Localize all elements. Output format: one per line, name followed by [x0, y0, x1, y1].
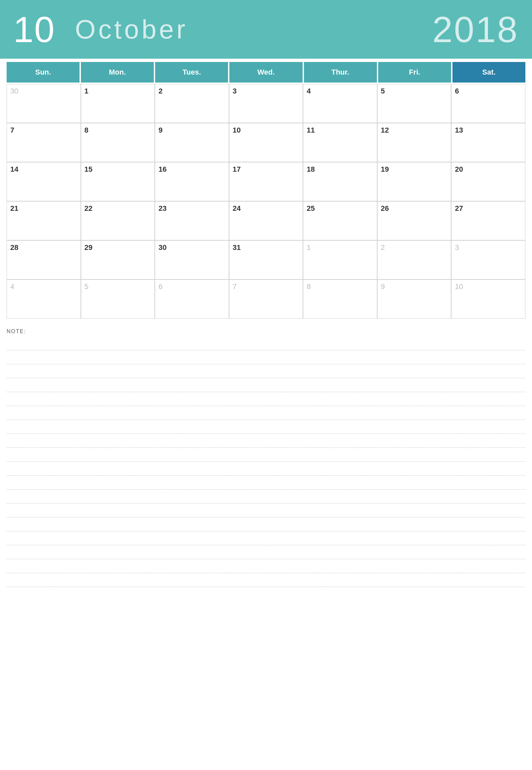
cell-date-number: 11: [307, 126, 315, 134]
header-friday: Fri.: [378, 62, 451, 83]
header-saturday: Sat.: [452, 62, 525, 83]
cell-date-number: 12: [381, 126, 389, 134]
note-line[interactable]: [7, 350, 525, 364]
calendar-cell[interactable]: 9: [155, 123, 229, 162]
cell-date-number: 7: [10, 126, 14, 134]
cell-date-number: 31: [233, 243, 241, 252]
calendar-cell[interactable]: 30: [155, 240, 229, 279]
calendar-cell[interactable]: 16: [155, 162, 229, 201]
calendar-cell[interactable]: 23: [155, 201, 229, 240]
cell-date-number: 19: [381, 165, 389, 173]
calendar-cell[interactable]: 7: [7, 123, 81, 162]
header-monday: Mon.: [81, 62, 154, 83]
cell-date-number: 28: [10, 243, 18, 252]
calendar-cell[interactable]: 30: [7, 84, 81, 123]
calendar-cell[interactable]: 27: [451, 201, 525, 240]
calendar-cell[interactable]: 13: [451, 123, 525, 162]
calendar-cell[interactable]: 29: [81, 240, 155, 279]
calendar-cell[interactable]: 10: [229, 123, 303, 162]
note-line[interactable]: [7, 476, 525, 490]
calendar-cell[interactable]: 17: [229, 162, 303, 201]
cell-date-number: 2: [381, 243, 385, 252]
calendar-cell[interactable]: 2: [155, 84, 229, 123]
note-line[interactable]: [7, 336, 525, 350]
calendar-cell[interactable]: 8: [81, 123, 155, 162]
calendar-cell[interactable]: 4: [7, 279, 81, 319]
cell-date-number: 4: [307, 87, 311, 95]
cell-date-number: 6: [455, 87, 459, 95]
cell-date-number: 10: [455, 282, 463, 291]
calendar-cell[interactable]: 1: [81, 84, 155, 123]
note-line[interactable]: [7, 573, 525, 587]
header-thursday: Thur.: [304, 62, 377, 83]
note-line[interactable]: [7, 420, 525, 434]
note-line[interactable]: [7, 448, 525, 462]
note-line[interactable]: [7, 406, 525, 420]
cell-date-number: 30: [158, 243, 166, 252]
note-line[interactable]: [7, 490, 525, 503]
cell-date-number: 27: [455, 204, 463, 212]
cell-date-number: 15: [85, 165, 92, 173]
note-line[interactable]: [7, 392, 525, 406]
calendar-cell[interactable]: 25: [303, 201, 377, 240]
note-line[interactable]: [7, 517, 525, 531]
calendar-cell[interactable]: 31: [229, 240, 303, 279]
week-row-5: 28293031123: [7, 240, 525, 279]
cell-date-number: 5: [85, 282, 89, 291]
calendar-cell[interactable]: 3: [229, 84, 303, 123]
calendar-cell[interactable]: 11: [303, 123, 377, 162]
calendar-cell[interactable]: 2: [377, 240, 451, 279]
calendar-cell[interactable]: 22: [81, 201, 155, 240]
note-line[interactable]: [7, 434, 525, 448]
cell-date-number: 25: [307, 204, 315, 212]
calendar-cell[interactable]: 3: [451, 240, 525, 279]
cell-date-number: 24: [233, 204, 241, 212]
calendar-cell[interactable]: 15: [81, 162, 155, 201]
cell-date-number: 4: [10, 282, 14, 291]
cell-date-number: 20: [455, 165, 463, 173]
cell-date-number: 9: [158, 126, 162, 134]
cell-date-number: 30: [10, 87, 18, 95]
note-line[interactable]: [7, 378, 525, 392]
cell-date-number: 1: [307, 243, 311, 252]
cell-date-number: 18: [307, 165, 315, 173]
note-line[interactable]: [7, 559, 525, 573]
cell-date-number: 13: [455, 126, 463, 134]
note-line[interactable]: [7, 462, 525, 476]
calendar-cell[interactable]: 24: [229, 201, 303, 240]
calendar-container: Sun. Mon. Tues. Wed. Thur. Fri. Sat. 301…: [0, 62, 532, 319]
cell-date-number: 6: [158, 282, 162, 291]
calendar-cell[interactable]: 20: [451, 162, 525, 201]
calendar-cell[interactable]: 1: [303, 240, 377, 279]
cell-date-number: 3: [233, 87, 237, 95]
calendar-cell[interactable]: 14: [7, 162, 81, 201]
note-label: NOTE:: [7, 328, 525, 334]
note-line[interactable]: [7, 531, 525, 545]
calendar-cell[interactable]: 19: [377, 162, 451, 201]
calendar-cell[interactable]: 5: [81, 279, 155, 319]
cell-date-number: 16: [158, 165, 166, 173]
calendar-cell[interactable]: 6: [451, 84, 525, 123]
calendar-cell[interactable]: 4: [303, 84, 377, 123]
calendar-cell[interactable]: 21: [7, 201, 81, 240]
week-row-3: 14151617181920: [7, 162, 525, 201]
header-tuesday: Tues.: [155, 62, 228, 83]
note-line[interactable]: [7, 545, 525, 559]
calendar-cell[interactable]: 6: [155, 279, 229, 319]
calendar-cell[interactable]: 8: [303, 279, 377, 319]
calendar-cell[interactable]: 5: [377, 84, 451, 123]
cell-date-number: 7: [233, 282, 237, 291]
calendar-cell[interactable]: 10: [451, 279, 525, 319]
note-line[interactable]: [7, 503, 525, 517]
header-sunday: Sun.: [7, 62, 80, 83]
calendar-cell[interactable]: 12: [377, 123, 451, 162]
calendar-cell[interactable]: 7: [229, 279, 303, 319]
calendar-cell[interactable]: 9: [377, 279, 451, 319]
calendar-cell[interactable]: 28: [7, 240, 81, 279]
calendar-cell[interactable]: 18: [303, 162, 377, 201]
week-row-4: 21222324252627: [7, 201, 525, 240]
week-row-2: 78910111213: [7, 123, 525, 162]
calendar-cell[interactable]: 26: [377, 201, 451, 240]
note-line[interactable]: [7, 364, 525, 378]
cell-date-number: 2: [158, 87, 162, 95]
